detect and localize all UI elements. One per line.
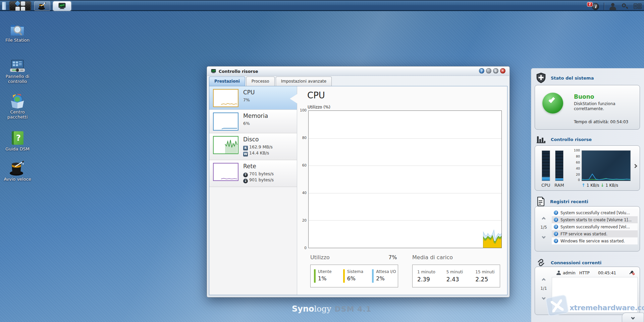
tab-processo[interactable]: Processo [246,77,275,86]
dsm-help-icon: ? [1,130,34,146]
list-item-disco[interactable]: Disco R162.9 MB/s W14.4 KB/s [209,133,297,160]
log-row[interactable]: iSystem starts to create [Volume 1]... [552,216,638,223]
main-menu-button[interactable] [9,1,31,11]
logs-page-down[interactable] [542,235,545,238]
widget-title: Registri recenti [550,199,588,204]
desktop-icon-control-panel[interactable]: Pannello di controllo [1,57,34,84]
chart-y-axis-label: Utilizzo (%) [308,105,330,109]
show-desktop-button[interactable] [2,2,6,10]
mini-ytick: 60 [571,160,580,164]
help-button[interactable]: ? [479,68,484,74]
download-arrow-icon: ↓ [600,183,604,188]
widget-title: Stato del sistema [551,76,594,81]
system-status-box: Buono DiskStation funziona correttamente… [535,85,640,130]
usage-total: 7% [388,254,397,261]
ram-gauge-label: RAM [554,183,564,188]
dsm-watermark: SynologyDSM 4.1 [292,304,371,314]
legend-utente: Utente1% [311,269,340,283]
quick-start-taskbar-button[interactable] [34,1,50,11]
widget-title: Connessioni correnti [551,260,601,265]
log-row[interactable]: iWindows file service was started. [552,237,638,244]
list-item-memoria[interactable]: Memoria 6% [209,110,297,133]
download-rate: 1 KB/s [605,183,618,188]
network-throughput: ↑ 1 KB/s ↓ 1 KB/s [582,183,632,188]
disconnect-icon[interactable] [629,270,635,275]
legend-sistema: Sistema6% [340,269,369,283]
search-button[interactable] [621,3,629,10]
ytick-20: 20 [297,218,307,222]
chevron-down-icon [631,316,635,319]
desktop-icon-file-station[interactable]: File Station [1,21,34,43]
network-mini-chart [582,150,631,181]
selected-item-pointer [290,94,297,103]
metric-list: CPU 7% Memoria 6% Disco R162.9 [209,86,297,295]
load-5min: 5 minuti2.43 [442,270,471,283]
read-badge: R [243,146,248,150]
ytick-60: 60 [297,163,307,167]
svg-text:?: ? [16,133,21,143]
pilot-view-button[interactable] [633,3,642,10]
legend-color-attesa-io [372,269,374,283]
taskbar: i 2 [0,0,644,11]
network-thumbnail [213,163,238,181]
log-info-icon: i [554,218,558,222]
minimize-button[interactable] [486,68,491,74]
read-value: 162.9 MB/s [249,144,273,149]
legend-color-utente [314,269,316,283]
write-value: 14.4 KB/s [249,150,269,155]
logs-page-indicator: 1/5 [538,225,549,230]
cpu-detail-panel: CPU Utilizzo (%) 100 80 60 40 20 0 Utili… [297,86,507,295]
notifications-button[interactable]: i 2 [589,2,599,10]
log-info-icon: i [554,239,558,243]
resource-monitor-taskbar-button[interactable] [53,1,71,11]
load-1min: 1 minuto2.39 [413,270,442,283]
maximize-button[interactable]: + [493,68,498,74]
package-center-icon [1,93,34,109]
connection-row[interactable]: admin HTTP 00:45:41 [552,270,636,277]
upload-value: 701 bytes/s [249,171,274,176]
shield-icon [536,73,546,83]
chart-title: CPU [307,90,325,100]
desktop-icon-label: Pannello di controllo [1,74,34,84]
control-panel-icon [1,57,34,73]
log-row[interactable]: iFTP service was started. [552,230,638,237]
widget-title: Controllo risorse [551,137,592,142]
desktop-icon-quick-start[interactable]: Avvio veloce [1,160,34,182]
connections-page-up[interactable] [542,278,545,282]
desktop-icon-dsm-help[interactable]: ? Guida DSM [1,130,34,152]
logs-page-up[interactable] [542,217,545,221]
ytick-100: 100 [297,108,307,112]
load-15min: 15 minuti2.25 [471,270,500,283]
desktop-icon-package-center[interactable]: Centro pacchetti [1,93,34,120]
connection-protocol: HTTP [579,271,590,275]
sidebar-collapse-button[interactable] [622,313,644,322]
desktop-icon-label: Centro pacchetti [1,110,34,120]
tab-prestazioni[interactable]: Prestazioni [209,77,245,86]
list-item-rete[interactable]: Rete ↑701 bytes/s ↓901 bytes/s [209,160,297,187]
ytick-80: 80 [297,136,307,140]
user-menu-button[interactable] [609,3,616,10]
list-item-cpu[interactable]: CPU 7% [209,86,297,110]
upload-arrow-icon: ↑ [582,183,585,188]
quick-start-icon [1,160,34,176]
usage-heading: Utilizzo [310,254,330,261]
mini-ytick: 80 [571,154,580,158]
window-titlebar[interactable]: Controllo risorse [207,67,509,76]
connections-page-down[interactable] [542,296,545,300]
mini-ytick: 100 [571,148,580,152]
taskbar-separator [604,3,604,10]
desktop-icon-label: Avvio veloce [1,177,34,182]
cpu-thumbnail [213,89,238,107]
log-document-icon [536,196,545,206]
log-row[interactable]: iSystem successfully created [Volu... [552,209,638,216]
xtremehardware-logo [545,294,569,317]
logs-box: 1/5 iSystem successfully created [Volu..… [535,206,640,251]
notification-count-badge: 2 [587,2,593,7]
close-button[interactable]: ✕ [500,68,505,74]
open-resource-monitor-arrow[interactable] [633,164,637,168]
legend-attesa-io: Attesa I/O2% [369,269,398,283]
log-row[interactable]: iSystem successfully removed [Vol... [552,223,638,230]
tab-impostazioni-avanzate[interactable]: Impostazioni avanzate [276,77,332,86]
ytick-0: 0 [297,246,307,250]
cpu-gauge-label: CPU [541,183,550,188]
